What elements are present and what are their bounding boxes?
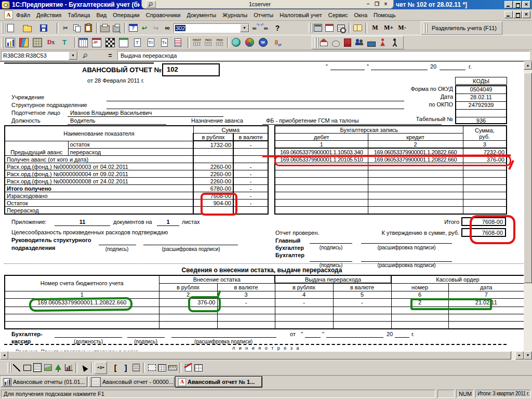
cut-icon[interactable]: ✂ (60, 23, 71, 33)
money-bag-icon[interactable] (330, 37, 341, 48)
text-doc1-icon[interactable]: Т (132, 37, 142, 48)
report-doc-icon[interactable] (172, 37, 183, 48)
workplace-icon[interactable] (366, 37, 377, 48)
typical-operation-icon[interactable]: Т (59, 37, 70, 48)
exchange-icon[interactable]: 8⇄ (271, 37, 282, 48)
cell-reference-box[interactable]: R38C38:R38C53▼ (1, 51, 78, 60)
cellref-dropdown-icon[interactable]: ▼ (69, 51, 77, 60)
text-tool-icon[interactable] (32, 363, 43, 373)
organization-icon[interactable] (32, 37, 43, 48)
find-icon[interactable]: ∞ (162, 23, 172, 33)
toolbar-grip[interactable] (7, 363, 10, 373)
reference-book-icon[interactable] (19, 37, 29, 48)
journal-operations-icon[interactable] (78, 37, 88, 48)
tab-advance-report-doc[interactable]: Авансовый отчет - 00000... (88, 377, 175, 387)
menu-actions[interactable]: Действия (33, 10, 64, 20)
rdp-close-icon[interactable]: × (381, 1, 390, 8)
rectangle-tool-icon[interactable] (22, 363, 32, 373)
person-red-icon[interactable] (378, 37, 389, 48)
plat-payment-icon[interactable]: ПЛАТ (191, 38, 203, 47)
globe-color-icon[interactable] (244, 37, 255, 48)
text-doc3-icon[interactable]: Та (159, 37, 169, 48)
fix-table-icon[interactable]: +3+ (95, 362, 107, 374)
journal-documents-icon[interactable] (118, 37, 129, 48)
pko-order-icon[interactable]: ПКО (203, 38, 214, 47)
globe-cd-icon[interactable] (231, 37, 241, 48)
mdi-minimize-button[interactable] (504, 11, 513, 18)
rdp-minimize-icon[interactable]: – (364, 1, 373, 8)
ruler-icon[interactable] (167, 363, 178, 373)
line-tool-icon[interactable] (11, 363, 22, 373)
combo-dropdown-icon[interactable]: ▼ (240, 24, 249, 32)
pin-icon[interactable] (146, 1, 156, 8)
toolbar-grip[interactable] (423, 23, 426, 33)
calendar-icon[interactable] (324, 23, 335, 33)
journal-postings-icon[interactable]: ДК (91, 37, 102, 48)
formula-input[interactable]: Выдача перерасхода (117, 51, 530, 60)
help-icon[interactable]: ? (272, 23, 283, 33)
horizontal-scroll-thumb[interactable] (8, 351, 511, 360)
accounting-divider-button[interactable]: Разделитель учета (F11) (428, 23, 501, 33)
minimize-button[interactable] (504, 1, 513, 8)
paste-icon[interactable] (83, 23, 94, 33)
close-button[interactable]: × (522, 1, 530, 8)
undo-icon[interactable]: ↩ (139, 23, 150, 33)
no-edit-icon[interactable] (183, 363, 193, 373)
menu-file[interactable]: Файл (13, 10, 33, 20)
menu-reports[interactable]: Отчеты (250, 10, 276, 20)
new-document-icon[interactable] (5, 23, 16, 33)
memory-subtract-button[interactable]: M- (396, 23, 408, 33)
horizontal-scrollbar[interactable]: ◄ ► (0, 351, 524, 360)
vertical-scroll-thumb[interactable] (524, 73, 532, 283)
dashed-area-icon[interactable] (147, 363, 157, 373)
restore-button[interactable] (513, 1, 522, 8)
home-icon[interactable] (318, 37, 329, 48)
scroll-down-icon[interactable]: ▼ (524, 351, 532, 360)
book-icon[interactable] (352, 23, 363, 33)
open-icon[interactable] (22, 23, 32, 33)
cabinet-icon[interactable] (342, 37, 353, 48)
checkerboard-icon[interactable] (105, 37, 115, 48)
menu-windows[interactable]: Окна (351, 10, 370, 20)
print-icon[interactable] (100, 23, 110, 33)
tree-tool-icon[interactable] (53, 363, 63, 373)
grid-icon[interactable] (157, 363, 167, 373)
menu-help[interactable]: Помощь (370, 10, 399, 20)
document-system-icon[interactable]: А (4, 10, 13, 19)
section-start-icon[interactable]: [ (110, 363, 121, 373)
mdi-close-button[interactable]: × (522, 11, 530, 18)
toolbar-grip[interactable] (314, 37, 317, 48)
employees-icon[interactable] (354, 37, 365, 48)
calculator-icon[interactable] (313, 23, 323, 33)
table-borders-icon[interactable] (193, 363, 204, 373)
mdi-restore-button[interactable] (513, 11, 522, 18)
scroll-left-icon[interactable]: ◄ (0, 351, 8, 360)
menu-service[interactable]: Сервис (325, 10, 351, 20)
scroll-up-icon[interactable]: ▲ (524, 61, 532, 70)
redo-icon[interactable]: ↪ (151, 23, 161, 33)
dx-operations-icon[interactable]: Dx (46, 37, 56, 48)
tab-advance-report-print[interactable]: ААвансовый отчет № 1... (176, 377, 262, 387)
quick-search-combobox[interactable]: 302▼ (174, 23, 249, 33)
memory-add-button[interactable]: M+ (382, 23, 395, 33)
find-prev-icon[interactable]: ∞↶ (261, 23, 271, 33)
menu-journals[interactable]: Журналы (219, 10, 250, 20)
tab-advance-reports-list[interactable]: Авансовые отчеты (01.01... (1, 377, 87, 387)
find-next-icon[interactable]: ∞↷ (249, 23, 260, 33)
help-topic-icon[interactable]: ? (128, 23, 138, 33)
chart-accounts-icon[interactable] (5, 37, 16, 48)
menu-table[interactable]: Таблица (64, 10, 93, 20)
picture-tool-icon[interactable] (43, 363, 53, 373)
section-end-icon[interactable]: ] (121, 363, 131, 373)
equals-button[interactable]: = (105, 50, 115, 61)
select-arrow-icon[interactable] (79, 363, 89, 373)
person-walk-icon[interactable] (390, 37, 401, 48)
sections-icon[interactable] (131, 363, 141, 373)
menu-tax[interactable]: Налоговый учет (276, 10, 325, 20)
text-doc2-icon[interactable]: Т2 (145, 37, 156, 48)
rdp-restore-icon[interactable]: ❐ (373, 1, 381, 8)
menu-documents[interactable]: Документы (183, 10, 219, 20)
globe-w-icon[interactable]: W (258, 37, 268, 48)
menu-references[interactable]: Справочники (143, 10, 184, 20)
chart-tool-icon[interactable] (63, 363, 74, 373)
